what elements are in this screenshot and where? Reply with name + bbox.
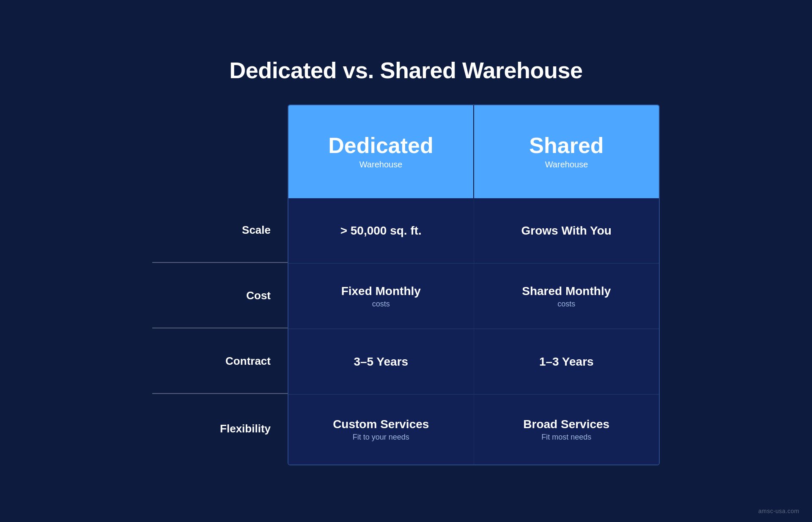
shared-flexibility: Broad Services Fit most needs bbox=[474, 395, 659, 465]
shared-subtitle: Warehouse bbox=[545, 160, 588, 169]
shared-flexibility-main: Broad Services bbox=[523, 417, 609, 432]
label-spacer bbox=[152, 104, 288, 197]
contract-label: Contract bbox=[225, 355, 271, 368]
row-cost: Fixed Monthly costs Shared Monthly costs bbox=[288, 264, 659, 329]
page-title: Dedicated vs. Shared Warehouse bbox=[229, 57, 582, 83]
label-cost: Cost bbox=[152, 263, 288, 328]
dedicated-flexibility: Custom Services Fit to your needs bbox=[288, 395, 474, 465]
shared-contract-main: 1–3 Years bbox=[539, 355, 594, 369]
dedicated-cost-sub: costs bbox=[372, 300, 390, 309]
dedicated-flexibility-sub: Fit to your needs bbox=[353, 433, 409, 442]
row-flexibility: Custom Services Fit to your needs Broad … bbox=[288, 395, 659, 465]
dedicated-scale-main: > 50,000 sq. ft. bbox=[340, 224, 422, 238]
shared-contract: 1–3 Years bbox=[474, 329, 659, 395]
flexibility-label: Flexibility bbox=[220, 422, 271, 435]
dedicated-scale: > 50,000 sq. ft. bbox=[288, 198, 474, 264]
shared-scale-main: Grows With You bbox=[521, 224, 612, 238]
dedicated-subtitle: Warehouse bbox=[359, 160, 403, 169]
labels-column: Scale Cost Contract Flexibility bbox=[152, 104, 288, 465]
label-flexibility: Flexibility bbox=[152, 394, 288, 464]
shared-flexibility-sub: Fit most needs bbox=[541, 433, 591, 442]
shared-scale: Grows With You bbox=[474, 198, 659, 264]
shared-cost-sub: costs bbox=[557, 300, 575, 309]
label-contract: Contract bbox=[152, 328, 288, 394]
footer-credit: amsc-usa.com bbox=[758, 508, 799, 514]
cost-label: Cost bbox=[246, 289, 271, 302]
dedicated-flexibility-main: Custom Services bbox=[333, 417, 429, 432]
dedicated-contract: 3–5 Years bbox=[288, 329, 474, 395]
dedicated-cost: Fixed Monthly costs bbox=[288, 264, 474, 329]
header-row: Dedicated Warehouse Shared Warehouse bbox=[288, 105, 659, 198]
label-scale: Scale bbox=[152, 197, 288, 263]
row-contract: 3–5 Years 1–3 Years bbox=[288, 329, 659, 395]
shared-header: Shared Warehouse bbox=[474, 105, 659, 198]
dedicated-cost-main: Fixed Monthly bbox=[341, 284, 421, 298]
data-table: Dedicated Warehouse Shared Warehouse > 5… bbox=[288, 104, 660, 465]
dedicated-title: Dedicated bbox=[328, 134, 433, 158]
row-scale: > 50,000 sq. ft. Grows With You bbox=[288, 198, 659, 264]
shared-title: Shared bbox=[529, 134, 604, 158]
comparison-table: Scale Cost Contract Flexibility Dedicate… bbox=[152, 104, 660, 465]
shared-cost: Shared Monthly costs bbox=[474, 264, 659, 329]
dedicated-header: Dedicated Warehouse bbox=[288, 105, 474, 198]
dedicated-contract-main: 3–5 Years bbox=[354, 355, 408, 369]
shared-cost-main: Shared Monthly bbox=[522, 284, 611, 298]
scale-label: Scale bbox=[242, 224, 271, 237]
